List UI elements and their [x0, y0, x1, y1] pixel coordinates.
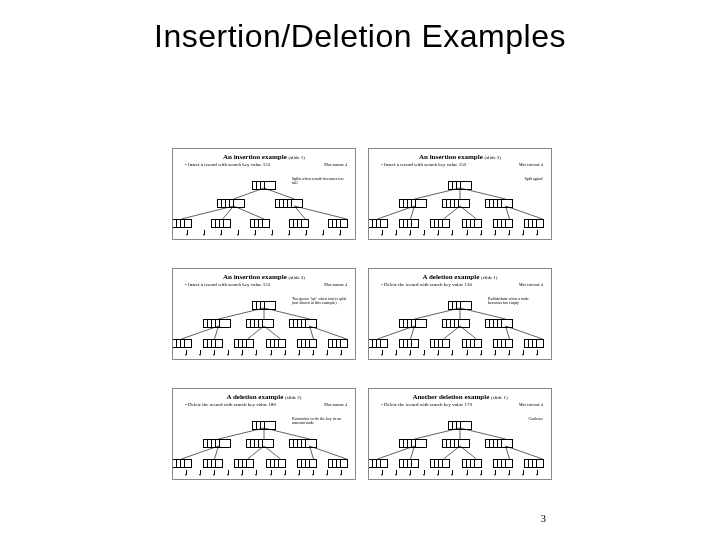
- tree-node: [524, 219, 544, 228]
- tree-diagram: [173, 181, 355, 237]
- thumb-heading: Another deletion example (slide 1): [375, 393, 545, 401]
- tree-node: [246, 439, 274, 448]
- thumb-heading: A deletion example (slide 2): [179, 393, 349, 401]
- tree-node: [493, 459, 513, 468]
- tree-node: [289, 439, 317, 448]
- tree-node: [250, 219, 270, 228]
- example-thumbnail: An insertion example (slide 3)• Insert a…: [172, 268, 356, 360]
- tree-node: [368, 219, 388, 228]
- tree-node: [172, 219, 192, 228]
- tree-node: [172, 459, 192, 468]
- tree-node: [289, 319, 317, 328]
- tree-node: [442, 439, 470, 448]
- tree-node: [462, 219, 482, 228]
- tree-node: [448, 301, 472, 310]
- thumb-heading: An insertion example (slide 2): [375, 153, 545, 161]
- tree-node: [399, 219, 419, 228]
- tree-node: [289, 219, 309, 228]
- thumb-note: Max fanout: 4: [324, 283, 347, 287]
- example-thumbnail: An insertion example (slide 2)• Insert a…: [368, 148, 552, 240]
- tree-node: [493, 339, 513, 348]
- tree-node: [462, 459, 482, 468]
- tree-node: [203, 459, 223, 468]
- tree-node: [448, 421, 472, 430]
- tree-diagram: [369, 181, 551, 237]
- tree-node: [234, 459, 254, 468]
- tree-node: [524, 339, 544, 348]
- tree-node: [493, 219, 513, 228]
- thumb-heading: An insertion example (slide 1): [179, 153, 349, 161]
- page-title: Insertion/Deletion Examples: [0, 18, 720, 55]
- tree-node: [252, 181, 276, 190]
- thumb-note: Max fanout: 4: [324, 403, 347, 407]
- leaf-pointers: [375, 230, 545, 236]
- thumb-note: Max fan-out: 4: [519, 163, 543, 167]
- thumb-note: Max fan-out: 4: [519, 283, 543, 287]
- leaf-pointers: [179, 470, 349, 476]
- leaf-pointers: [375, 350, 545, 356]
- tree-node: [430, 459, 450, 468]
- example-thumbnail: An insertion example (slide 1)• Insert a…: [172, 148, 356, 240]
- tree-node: [430, 219, 450, 228]
- tree-node: [462, 339, 482, 348]
- tree-node: [399, 339, 419, 348]
- tree-node: [399, 319, 427, 328]
- tree-node: [399, 199, 427, 208]
- tree-node: [217, 199, 245, 208]
- thumb-note: Max fanout: 4: [324, 163, 347, 167]
- tree-diagram: [369, 301, 551, 357]
- example-thumbnail: A deletion example (slide 2)• Delete the…: [172, 388, 356, 480]
- tree-node: [252, 301, 276, 310]
- tree-node: [442, 319, 470, 328]
- tree-node: [252, 421, 276, 430]
- thumb-note: Max fan-out: 4: [519, 403, 543, 407]
- tree-node: [485, 439, 513, 448]
- tree-node: [297, 339, 317, 348]
- example-thumbnail: A deletion example (slide 1)• Delete the…: [368, 268, 552, 360]
- tree-node: [368, 339, 388, 348]
- tree-diagram: [369, 421, 551, 477]
- leaf-pointers: [179, 230, 349, 236]
- tree-diagram: [173, 421, 355, 477]
- tree-node: [246, 319, 274, 328]
- thumb-heading: A deletion example (slide 1): [375, 273, 545, 281]
- leaf-pointers: [375, 470, 545, 476]
- tree-node: [275, 199, 303, 208]
- example-thumbnail: Another deletion example (slide 1)• Dele…: [368, 388, 552, 480]
- leaf-pointers: [179, 350, 349, 356]
- tree-node: [328, 339, 348, 348]
- tree-node: [234, 339, 254, 348]
- tree-node: [448, 181, 472, 190]
- tree-node: [368, 459, 388, 468]
- tree-node: [328, 459, 348, 468]
- slide: Insertion/Deletion Examples An insertion…: [0, 0, 720, 540]
- tree-node: [203, 339, 223, 348]
- tree-node: [430, 339, 450, 348]
- tree-node: [203, 439, 231, 448]
- tree-node: [442, 199, 470, 208]
- tree-node: [328, 219, 348, 228]
- tree-node: [203, 319, 231, 328]
- tree-node: [524, 459, 544, 468]
- tree-node: [297, 459, 317, 468]
- thumb-heading: An insertion example (slide 3): [179, 273, 349, 281]
- tree-node: [485, 319, 513, 328]
- tree-node: [399, 439, 427, 448]
- tree-node: [172, 339, 192, 348]
- thumbnail-grid: An insertion example (slide 1)• Insert a…: [172, 148, 552, 480]
- tree-diagram: [173, 301, 355, 357]
- tree-node: [399, 459, 419, 468]
- tree-node: [266, 339, 286, 348]
- tree-node: [211, 219, 231, 228]
- tree-node: [266, 459, 286, 468]
- page-number: 3: [541, 512, 547, 524]
- tree-node: [485, 199, 513, 208]
